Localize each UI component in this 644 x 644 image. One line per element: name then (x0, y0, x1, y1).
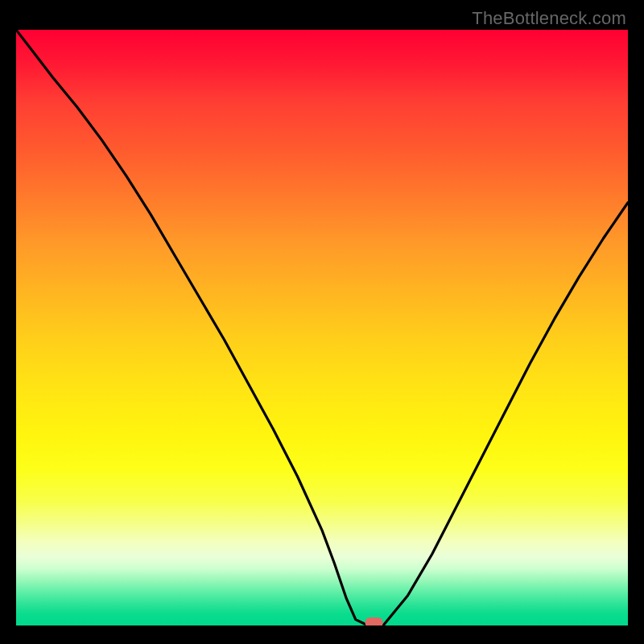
bottleneck-curve-path (16, 30, 628, 625)
curve-layer (16, 30, 628, 625)
watermark-text: TheBottleneck.com (472, 8, 626, 29)
optimum-marker (365, 617, 383, 625)
plot-area (16, 30, 628, 625)
chart-stage: TheBottleneck.com (0, 0, 644, 644)
